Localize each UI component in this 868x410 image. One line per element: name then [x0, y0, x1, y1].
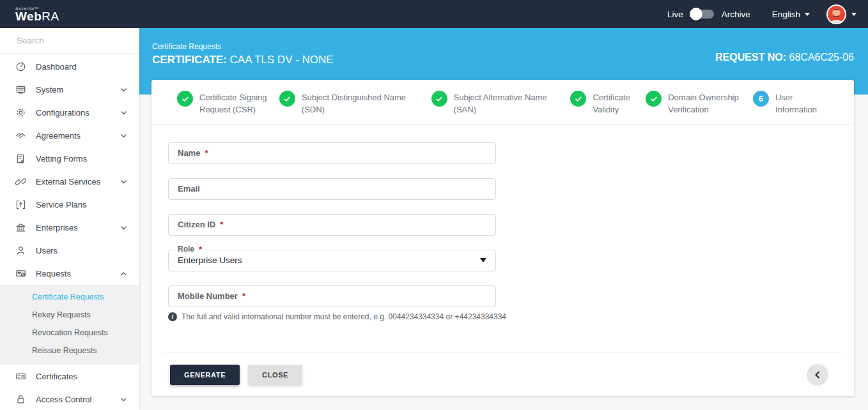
step-number-circle: 6	[753, 91, 769, 107]
step-label: Subject Distinguished Name (SDN)	[302, 91, 428, 116]
sidebar-item-service-plans[interactable]: Service Plans	[0, 193, 139, 216]
search-input[interactable]	[15, 35, 131, 46]
link-icon	[15, 176, 26, 187]
step-label: Certificate Validity	[593, 91, 642, 116]
step-certificate-validity[interactable]: Certificate Validity	[570, 91, 642, 116]
user-icon	[15, 245, 26, 256]
sidebar-item-label: External Services	[36, 177, 100, 186]
sidebar-search	[0, 28, 139, 54]
user-information-form: Name * Email Citizen ID * Role * Enterpr…	[151, 125, 854, 321]
email-field[interactable]: Email	[168, 178, 496, 200]
wizard-card: Certificate Signing Request (CSR) Subjec…	[151, 80, 854, 396]
step-certificate-signing-request[interactable]: Certificate Signing Request (CSR)	[177, 91, 276, 116]
sidebar-item-label: Certificates	[36, 372, 77, 381]
sidebar-item-system[interactable]: System	[0, 78, 139, 101]
sidebar-item-label: Enterprises	[36, 223, 78, 232]
check-icon	[283, 95, 291, 103]
step-label: Domain Ownership Verification	[668, 91, 750, 116]
live-archive-toggle[interactable]	[691, 10, 714, 19]
name-field[interactable]: Name *	[168, 142, 496, 164]
chevron-down-icon	[120, 224, 128, 232]
app-logo[interactable]: Ascertia™ WebRA	[0, 6, 139, 22]
required-marker: *	[205, 148, 208, 158]
email-field-label: Email	[178, 184, 200, 194]
citizen-id-field[interactable]: Citizen ID *	[168, 214, 496, 236]
bank-icon	[15, 222, 26, 233]
step-user-information[interactable]: 6 User Information	[753, 91, 830, 116]
role-select[interactable]: Role * Enterprise Users	[168, 250, 496, 271]
dashboard-icon	[15, 61, 26, 72]
back-step-button[interactable]	[807, 364, 828, 386]
chevron-down-icon	[120, 109, 128, 117]
sidebar-item-label: Dashboard	[36, 62, 77, 72]
chevron-left-icon	[813, 370, 822, 379]
step-check-circle	[431, 91, 447, 107]
submenu-item-label: Revocation Requests	[32, 328, 108, 337]
citizen-id-field-label: Citizen ID	[178, 220, 215, 229]
step-check-circle	[570, 91, 586, 107]
submenu-item-revocation-requests[interactable]: Revocation Requests	[0, 324, 139, 342]
chevron-up-icon	[120, 270, 128, 278]
brand-bold: Web	[15, 10, 42, 23]
request-number-label: REQUEST NO:	[715, 52, 786, 63]
sidebar-item-configurations[interactable]: Configurations	[0, 101, 139, 124]
requests-submenu: Certificate Requests Rekey Requests Revo…	[0, 285, 139, 365]
submenu-item-rekey-requests[interactable]: Rekey Requests	[0, 306, 139, 324]
required-marker: *	[220, 220, 223, 229]
step-label: Subject Alternative Name (SAN)	[454, 91, 568, 116]
top-bar: Ascertia™ WebRA Live Archive English	[0, 0, 868, 28]
sidebar-item-access-control[interactable]: Access Control	[0, 388, 139, 410]
step-check-circle	[177, 91, 193, 107]
avatar-person-icon	[828, 6, 845, 23]
sidebar-item-agreements[interactable]: Agreements	[0, 124, 139, 147]
step-subject-alternative-name[interactable]: Subject Alternative Name (SAN)	[431, 91, 568, 116]
sidebar-item-users[interactable]: Users	[0, 239, 139, 262]
check-icon	[435, 95, 444, 103]
sidebar-item-certificates[interactable]: Certificates	[0, 365, 139, 388]
check-icon	[649, 95, 658, 103]
caret-down-icon	[851, 13, 856, 16]
sidebar-item-label: Configurations	[36, 108, 89, 118]
step-domain-ownership-verification[interactable]: Domain Ownership Verification	[646, 91, 750, 116]
submenu-item-label: Reissue Requests	[32, 346, 97, 355]
handshake-icon	[15, 130, 26, 141]
sidebar-item-external-services[interactable]: External Services	[0, 170, 139, 193]
system-icon	[15, 84, 26, 95]
chevron-down-icon	[120, 132, 128, 140]
sidebar-item-requests[interactable]: Requests	[0, 262, 139, 285]
sidebar-item-vetting-forms[interactable]: Vetting Forms	[0, 147, 139, 170]
certificate-icon	[15, 371, 26, 382]
generate-button[interactable]: GENERATE	[170, 365, 240, 385]
caret-down-icon	[480, 258, 486, 262]
sidebar-item-dashboard[interactable]: Dashboard	[0, 55, 139, 78]
requests-icon	[15, 268, 26, 279]
user-menu[interactable]	[826, 4, 856, 24]
avatar[interactable]	[826, 4, 846, 24]
submenu-item-reissue-requests[interactable]: Reissue Requests	[0, 342, 139, 360]
language-dropdown[interactable]: English	[772, 10, 810, 19]
brand-title: WebRA	[15, 11, 139, 22]
info-icon: i	[168, 312, 177, 321]
sidebar-item-label: Users	[36, 246, 58, 255]
breadcrumb: Certificate Requests	[152, 42, 334, 51]
request-number-value: 68CA6C25-06	[789, 52, 854, 63]
sidebar-item-label: Requests	[36, 269, 71, 278]
close-button[interactable]: CLOSE	[248, 365, 302, 385]
submenu-item-label: Rekey Requests	[32, 310, 91, 319]
submenu-item-certificate-requests[interactable]: Certificate Requests	[0, 288, 139, 306]
mobile-number-field[interactable]: Mobile Number *	[168, 285, 496, 307]
chevron-down-icon	[120, 178, 128, 186]
live-label: Live	[667, 10, 683, 19]
brand-light: RA	[42, 10, 59, 23]
wizard-stepper: Certificate Signing Request (CSR) Subjec…	[151, 80, 854, 125]
required-marker: *	[242, 291, 245, 301]
mobile-helper-text: i The full and valid international numbe…	[168, 312, 854, 321]
check-icon	[574, 95, 583, 103]
page-title: CERTIFICATE: CAA TLS DV - NONE	[152, 54, 334, 66]
toggle-knob[interactable]	[690, 8, 702, 20]
required-marker: *	[199, 245, 202, 254]
step-subject-distinguished-name[interactable]: Subject Distinguished Name (SDN)	[279, 91, 428, 116]
gear-icon	[15, 107, 26, 118]
sidebar-item-enterprises[interactable]: Enterprises	[0, 216, 139, 239]
name-field-label: Name	[178, 148, 200, 158]
